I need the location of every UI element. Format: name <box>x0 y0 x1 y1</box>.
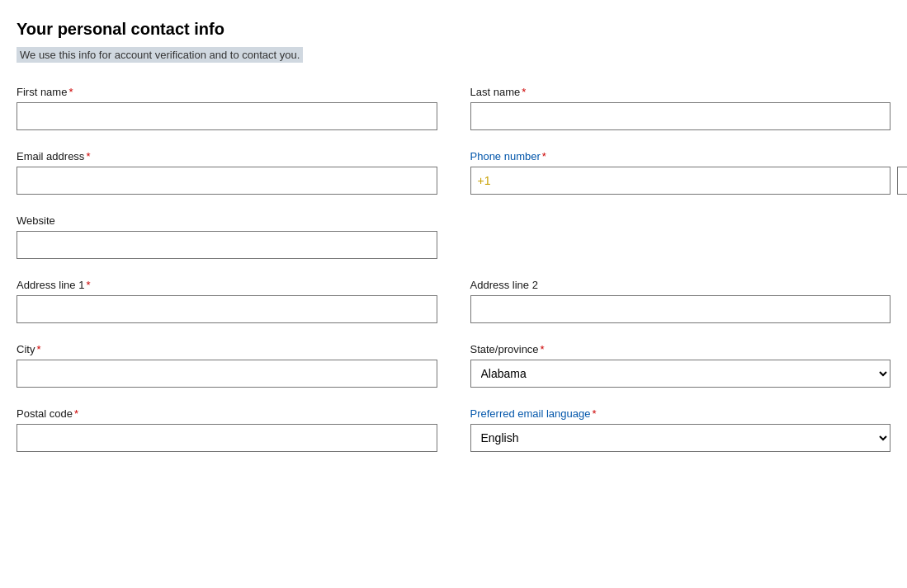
email-label: Email address* <box>17 150 437 162</box>
city-input[interactable] <box>17 360 437 388</box>
state-select[interactable]: AlabamaAlaskaArizonaArkansasCaliforniaCo… <box>470 360 891 388</box>
contact-info-form: First name* Last name* Email address* Ph… <box>17 86 890 472</box>
city-label: City* <box>17 343 437 355</box>
address2-group: Address line 2 <box>470 279 891 323</box>
phone-group: Phone number* <box>470 150 891 195</box>
phone-country-input[interactable] <box>470 167 891 195</box>
website-group: Website <box>17 214 437 259</box>
language-select[interactable]: EnglishSpanishFrenchGermanPortugueseChin… <box>470 424 891 452</box>
phone-area-input[interactable] <box>897 167 907 195</box>
email-input[interactable] <box>17 167 437 195</box>
postal-code-label: Postal code* <box>17 407 437 420</box>
language-group: Preferred email language* EnglishSpanish… <box>470 407 891 452</box>
email-group: Email address* <box>17 150 437 195</box>
phone-label: Phone number* <box>470 150 891 162</box>
language-label: Preferred email language* <box>470 407 891 420</box>
website-label: Website <box>17 214 437 227</box>
state-group: State/province* AlabamaAlaskaArizonaArka… <box>470 343 891 388</box>
website-input[interactable] <box>17 231 437 259</box>
address1-group: Address line 1* <box>17 279 437 323</box>
last-name-input[interactable] <box>470 102 891 130</box>
last-name-label: Last name* <box>470 86 891 98</box>
state-label: State/province* <box>470 343 891 355</box>
spacer-right <box>470 214 891 279</box>
address1-input[interactable] <box>17 295 437 323</box>
phone-inputs <box>470 167 891 195</box>
address1-label: Address line 1* <box>17 279 437 291</box>
postal-code-input[interactable] <box>17 424 437 452</box>
city-group: City* <box>17 343 437 388</box>
postal-code-group: Postal code* <box>17 407 437 452</box>
address2-label: Address line 2 <box>470 279 891 291</box>
page-title: Your personal contact info <box>17 20 890 39</box>
page-subtitle: We use this info for account verificatio… <box>17 47 303 63</box>
first-name-label: First name* <box>17 86 437 98</box>
address2-input[interactable] <box>470 295 891 323</box>
first-name-input[interactable] <box>17 102 437 130</box>
last-name-group: Last name* <box>470 86 891 130</box>
first-name-group: First name* <box>17 86 437 130</box>
